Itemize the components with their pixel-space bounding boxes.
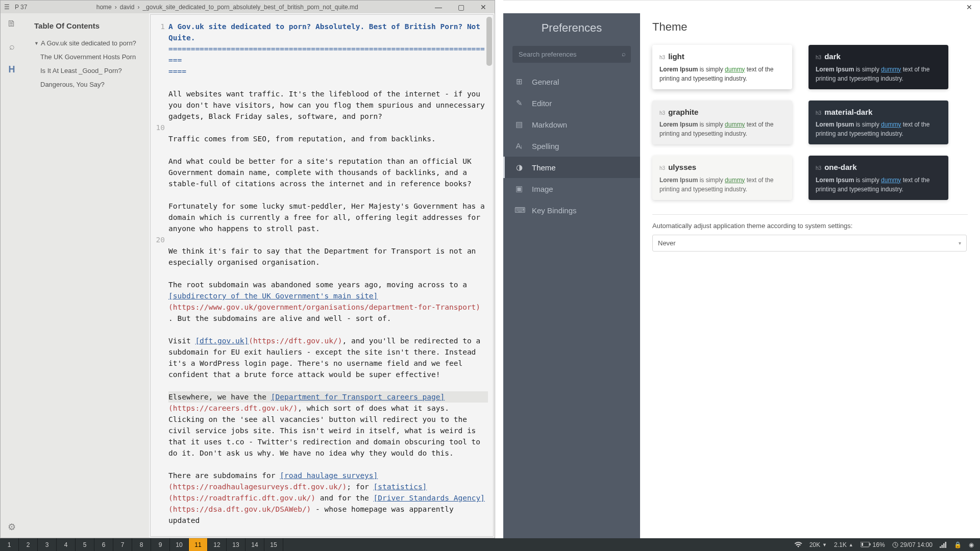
workspace-14[interactable]: 14 (246, 538, 264, 551)
nav-icon: Aᵢ (514, 141, 524, 151)
pref-nav-theme[interactable]: ◑Theme (503, 157, 640, 178)
outline-title: Table Of Contents (25, 17, 147, 36)
nav-label: Markdown (532, 120, 567, 129)
lock-icon[interactable]: 🔒 (954, 541, 962, 548)
gear-icon[interactable]: ⚙ (8, 521, 16, 533)
preferences-title: Preferences (503, 16, 640, 46)
nav-icon: ⌨ (514, 206, 524, 215)
editor-window: ☰ P 37 home › david › _govuk_site_dedica… (0, 0, 495, 538)
theme-card-graphite[interactable]: h3graphiteLorem Ipsum is simply dummy te… (652, 101, 792, 145)
preferences-close-button[interactable]: ✕ (962, 2, 977, 12)
theme-sample: Lorem Ipsum is simply dummy text of the … (659, 65, 785, 83)
search-input[interactable] (512, 46, 631, 63)
pref-nav-editor[interactable]: ✎Editor (503, 92, 640, 114)
workspace-switcher: 123456789101112131415 (0, 538, 283, 551)
theme-sample: Lorem Ipsum is simply dummy text of the … (816, 65, 941, 83)
workspace-7[interactable]: 7 (113, 538, 132, 551)
theme-name: dark (824, 51, 841, 63)
outline-item[interactable]: Is It At Least _Good_ Porn? (25, 64, 147, 78)
workspace-2[interactable]: 2 (19, 538, 38, 551)
workspace-11[interactable]: 11 (189, 538, 208, 551)
editor-pane[interactable]: 1 10 20 A Gov.uk site dedicated to porn?… (150, 14, 494, 537)
clock[interactable]: 29/07 14:00 (892, 541, 933, 548)
editor-titlebar: ☰ P 37 home › david › _govuk_site_dedica… (1, 1, 495, 13)
workspace-4[interactable]: 4 (57, 538, 76, 551)
breadcrumb-david[interactable]: david (120, 4, 135, 11)
battery-indicator[interactable]: 16% (861, 541, 885, 548)
svg-rect-2 (862, 543, 863, 546)
outline-root[interactable]: ▼ A Gov.uk site dedicated to porn? (25, 36, 147, 50)
nav-label: Image (532, 185, 553, 193)
h3-badge: h3 (816, 109, 821, 117)
svg-rect-5 (942, 545, 943, 548)
code-text[interactable]: A Gov.uk site dedicated to porn? Absolut… (167, 15, 493, 536)
outline-panel: Table Of Contents ▼ A Gov.uk site dedica… (23, 13, 149, 538)
theme-card-one-dark[interactable]: h3one-darkLorem Ipsum is simply dummy te… (808, 156, 948, 200)
preferences-window: ✕ Preferences ⌕ ⊞General✎Editor▤Markdown… (503, 0, 980, 538)
signal-icon[interactable] (940, 542, 947, 548)
system-tray: 20K▼ 2.1K▲ 16% 29/07 14:00 🔒 ◉ (788, 541, 980, 548)
h3-badge: h3 (816, 54, 821, 61)
preferences-nav: ⊞General✎Editor▤MarkdownAᵢSpelling◑Theme… (503, 71, 640, 221)
theme-sample: Lorem Ipsum is simply dummy text of the … (816, 176, 941, 194)
workspace-15[interactable]: 15 (264, 538, 283, 551)
nav-label: Editor (532, 99, 552, 108)
workspace-3[interactable]: 3 (38, 538, 57, 551)
wifi-icon[interactable] (794, 542, 802, 548)
pref-nav-image[interactable]: ▣Image (503, 178, 640, 199)
workspace-5[interactable]: 5 (76, 538, 94, 551)
pref-nav-general[interactable]: ⊞General (503, 71, 640, 92)
theme-card-light[interactable]: h3lightLorem Ipsum is simply dummy text … (652, 45, 792, 89)
net-down: 20K▼ (810, 541, 827, 548)
search-icon[interactable]: ⌕ (9, 41, 15, 52)
chevron-down-icon: ▾ (959, 240, 961, 246)
outline-root-label: A Gov.uk site dedicated to porn? (41, 39, 136, 47)
workspace-8[interactable]: 8 (132, 538, 151, 551)
outline-item[interactable]: Dangerous, You Say? (25, 78, 147, 91)
steam-icon[interactable]: ◉ (969, 541, 974, 548)
divider (652, 214, 968, 215)
hamburger-icon[interactable]: ☰ (1, 4, 13, 11)
pref-nav-markdown[interactable]: ▤Markdown (503, 114, 640, 135)
preferences-titlebar: ✕ (503, 1, 980, 13)
activity-bar: 🗎 ⌕ H ⚙ (1, 13, 23, 538)
window-maximize-button[interactable]: ▢ (450, 1, 472, 13)
workspace-10[interactable]: 10 (170, 538, 189, 551)
pref-nav-key-bindings[interactable]: ⌨Key Bindings (503, 199, 640, 221)
scrollbar-thumb[interactable] (486, 17, 492, 66)
heading-icon[interactable]: H (9, 64, 15, 75)
line-gutter: 1 10 20 (151, 15, 167, 536)
auto-theme-label: Automatically adjust application theme a… (652, 222, 968, 230)
pref-nav-spelling[interactable]: AᵢSpelling (503, 135, 640, 157)
theme-sample: Lorem Ipsum is simply dummy text of the … (816, 120, 941, 138)
auto-theme-value: Never (658, 239, 676, 247)
h3-badge: h3 (659, 54, 665, 61)
net-up: 2.1K▲ (834, 541, 853, 548)
breadcrumb-file[interactable]: _govuk_site_dedicated_to_porn_absolutely… (142, 4, 358, 11)
workspace-13[interactable]: 13 (227, 538, 246, 551)
battery-icon (861, 542, 871, 547)
window-close-button[interactable]: ✕ (472, 1, 495, 13)
auto-theme-select[interactable]: Never ▾ (652, 235, 967, 252)
nav-icon: ✎ (514, 98, 524, 108)
workspace-1[interactable]: 1 (0, 538, 19, 551)
theme-grid: h3lightLorem Ipsum is simply dummy text … (652, 45, 948, 200)
outline-item[interactable]: The UK Government Hosts Porn (25, 50, 147, 64)
workspace-12[interactable]: 12 (208, 538, 227, 551)
files-icon[interactable]: 🗎 (7, 18, 16, 29)
theme-card-ulysses[interactable]: h3ulyssesLorem Ipsum is simply dummy tex… (652, 156, 792, 200)
window-minimize-button[interactable]: — (427, 1, 450, 13)
nav-icon: ▣ (514, 184, 524, 193)
breadcrumb: home › david › _govuk_site_dedicated_to_… (96, 4, 358, 11)
nav-icon: ⊞ (514, 77, 524, 86)
theme-card-material-dark[interactable]: h3material-darkLorem Ipsum is simply dum… (808, 101, 948, 145)
theme-sample: Lorem Ipsum is simply dummy text of the … (659, 120, 785, 138)
theme-card-dark[interactable]: h3darkLorem Ipsum is simply dummy text o… (808, 45, 948, 89)
nav-icon: ◑ (514, 163, 524, 172)
workspace-6[interactable]: 6 (94, 538, 113, 551)
theme-name: ulysses (668, 162, 696, 173)
project-label: P 37 (15, 4, 27, 11)
breadcrumb-home[interactable]: home (96, 4, 112, 11)
workspace-9[interactable]: 9 (151, 538, 170, 551)
theme-name: graphite (668, 107, 698, 118)
